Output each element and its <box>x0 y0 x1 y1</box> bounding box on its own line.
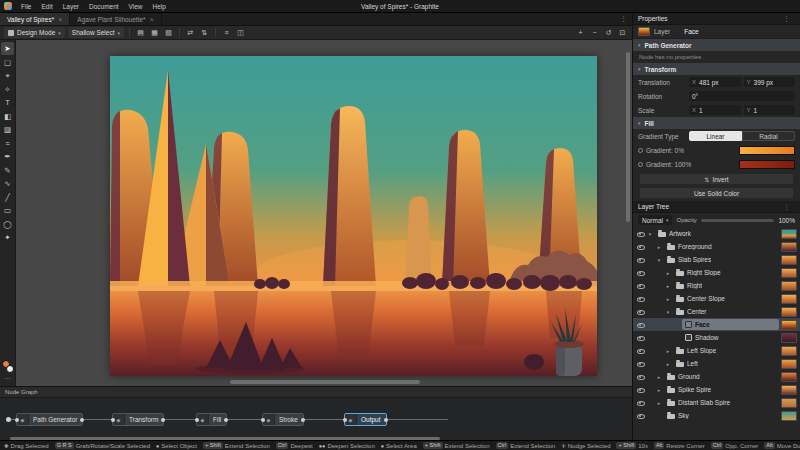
visibility-eye-icon[interactable] <box>636 320 645 329</box>
valley-of-spires-artwork[interactable] <box>110 56 597 376</box>
eyedropper-tool[interactable]: ✧ <box>1 83 14 96</box>
expand-arrow-icon[interactable]: ▸ <box>656 244 662 250</box>
visibility-eye-icon[interactable] <box>636 229 645 238</box>
expand-arrow-icon[interactable]: ▸ <box>665 283 671 289</box>
properties-options-icon[interactable]: ⋮ <box>778 15 795 23</box>
zoom-reset-icon[interactable]: ↺ <box>603 27 614 38</box>
select-tool[interactable]: ➤ <box>1 42 14 55</box>
expand-arrow-icon[interactable]: ▾ <box>656 257 662 263</box>
layer-row-sky[interactable]: Sky <box>633 409 800 422</box>
section-transform[interactable]: ▾ Transform <box>633 63 800 75</box>
visibility-eye-icon[interactable] <box>636 398 645 407</box>
visibility-eye-icon[interactable] <box>636 359 645 368</box>
expand-arrow-icon[interactable]: ▸ <box>665 348 671 354</box>
expand-arrow-icon[interactable]: ▸ <box>656 400 662 406</box>
selection-mode-dropdown[interactable]: Shallow Select ▾ <box>68 27 124 38</box>
gradient-stop-icon[interactable] <box>638 148 643 153</box>
pen-tool[interactable]: ✒ <box>1 150 14 163</box>
tool-overflow-icon[interactable]: ⋯ <box>4 375 11 383</box>
close-tab-icon[interactable]: × <box>150 16 154 23</box>
path-tool[interactable]: ≈ <box>1 137 14 150</box>
snap-icon[interactable]: ▤ <box>135 27 146 38</box>
graphite-logo-icon[interactable] <box>4 2 12 10</box>
tab-agave-plant-silhouette[interactable]: Agave Plant Silhouette* × <box>70 13 161 25</box>
spline-tool[interactable]: ∿ <box>1 177 14 190</box>
expand-arrow-icon[interactable]: ▾ <box>647 231 653 237</box>
menu-file[interactable]: File <box>16 0 36 13</box>
section-path-generator[interactable]: ▾ Path Generator <box>633 39 800 51</box>
menu-document[interactable]: Document <box>84 0 124 13</box>
visibility-eye-icon[interactable] <box>636 281 645 290</box>
overlays-icon[interactable]: ▧ <box>163 27 174 38</box>
gradient-stop-0-swatch[interactable] <box>739 146 795 155</box>
zoom-out-icon[interactable]: − <box>589 27 600 38</box>
flip-vertical-icon[interactable]: ⇅ <box>199 27 210 38</box>
freehand-tool[interactable]: ✎ <box>1 164 14 177</box>
node-output[interactable]: ◆ Output <box>344 413 387 426</box>
node-path-generator[interactable]: ◆ Path Generator <box>16 413 83 426</box>
visibility-eye-icon[interactable] <box>636 346 645 355</box>
wire-start-port[interactable] <box>6 417 11 422</box>
layer-row-right[interactable]: ▸ Right <box>633 279 800 292</box>
menu-help[interactable]: Help <box>148 0 171 13</box>
use-solid-color-button[interactable]: Use Solid Color <box>639 187 794 199</box>
navigate-tool[interactable]: ⌖ <box>1 69 14 82</box>
expand-arrow-icon[interactable]: ▸ <box>665 270 671 276</box>
expand-arrow-icon[interactable]: ▾ <box>665 309 671 315</box>
expand-arrow-icon[interactable]: ▸ <box>665 361 671 367</box>
zoom-in-icon[interactable]: + <box>575 27 586 38</box>
tabbar-options-icon[interactable]: ⋮ <box>615 13 632 25</box>
visibility-eye-icon[interactable] <box>636 307 645 316</box>
visibility-eye-icon[interactable] <box>636 372 645 381</box>
layer-row-slab-spires[interactable]: ▾ Slab Spires <box>633 253 800 266</box>
layer-row-face[interactable]: Face <box>633 318 800 331</box>
invert-gradient-button[interactable]: ⇅ Invert <box>639 173 794 185</box>
node-fill[interactable]: ◆ Fill <box>196 413 227 426</box>
linear-button[interactable]: Linear <box>689 131 742 141</box>
section-fill[interactable]: ▾ Fill <box>633 117 800 129</box>
canvas-horizontal-scrollbar[interactable] <box>230 380 420 384</box>
gradient-tool[interactable]: ▨ <box>1 123 14 136</box>
menu-view[interactable]: View <box>124 0 148 13</box>
close-tab-icon[interactable]: × <box>58 16 62 23</box>
blend-mode-dropdown[interactable]: Normal ▾ <box>638 215 672 225</box>
layer-row-spike-spire[interactable]: ▸ Spike Spire <box>633 383 800 396</box>
flip-horizontal-icon[interactable]: ⇄ <box>185 27 196 38</box>
text-tool[interactable]: T <box>1 96 14 109</box>
rectangle-tool[interactable]: ▭ <box>1 204 14 217</box>
tab-valley-of-spires[interactable]: Valley of Spires* × <box>0 13 70 25</box>
layer-row-ground[interactable]: ▸ Ground <box>633 370 800 383</box>
layer-row-right-slope[interactable]: ▸ Right Slope <box>633 266 800 279</box>
menu-layer[interactable]: Layer <box>58 0 84 13</box>
secondary-color-swatch[interactable] <box>6 365 14 373</box>
layer-row-foreground[interactable]: ▸ Foreground <box>633 240 800 253</box>
layer-row-left-slope[interactable]: ▸ Left Slope <box>633 344 800 357</box>
node-transform[interactable]: ◆ Transform <box>112 413 164 426</box>
fill-tool[interactable]: ◧ <box>1 110 14 123</box>
working-colors[interactable] <box>2 360 14 373</box>
opacity-slider[interactable] <box>701 219 775 222</box>
layer-row-distant-slab-spire[interactable]: ▸ Distant Slab Spire <box>633 396 800 409</box>
grid-icon[interactable]: ▦ <box>149 27 160 38</box>
layer-row-center-slope[interactable]: ▸ Center Slope <box>633 292 800 305</box>
translation-x-field[interactable]: X 481 px <box>689 77 741 87</box>
expand-arrow-icon[interactable]: ▸ <box>665 296 671 302</box>
visibility-eye-icon[interactable] <box>636 242 645 251</box>
artboard-tool[interactable]: ▢ <box>1 56 14 69</box>
node-stroke[interactable]: ◆ Stroke <box>262 413 304 426</box>
expand-arrow-icon[interactable]: ▸ <box>656 387 662 393</box>
canvas-vertical-scrollbar[interactable] <box>626 52 630 222</box>
design-mode-dropdown[interactable]: Design Mode ▾ <box>4 27 65 38</box>
fit-view-icon[interactable]: ⊡ <box>617 27 628 38</box>
visibility-eye-icon[interactable] <box>636 411 645 420</box>
gradient-stop-100-swatch[interactable] <box>739 160 795 169</box>
gradient-stop-icon[interactable] <box>638 162 643 167</box>
align-icon[interactable]: ≡ <box>221 27 232 38</box>
layer-row-shadow[interactable]: Shadow <box>633 331 800 344</box>
line-tool[interactable]: ╱ <box>1 191 14 204</box>
radial-button[interactable]: Radial <box>742 131 795 141</box>
scale-x-field[interactable]: X 1 <box>689 105 741 115</box>
visibility-eye-icon[interactable] <box>636 268 645 277</box>
viewport-canvas[interactable] <box>16 40 632 386</box>
menu-edit[interactable]: Edit <box>36 0 57 13</box>
